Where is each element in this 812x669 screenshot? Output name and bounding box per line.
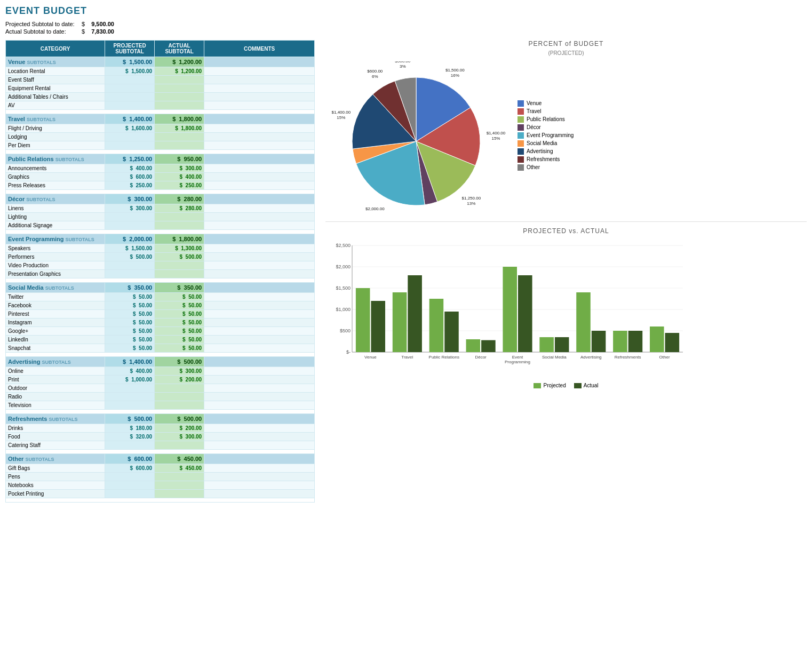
table-row: Speakers $ 1,500.00 $ 1,300.00 — [6, 244, 315, 253]
item-name: Print — [6, 376, 105, 384]
table-row: Lodging — [6, 133, 315, 141]
item-actual: $ 1,800.00 — [155, 124, 204, 133]
pie-section: PERCENT of BUDGET (PROJECTED) VenueTrave… — [325, 40, 807, 211]
col-header-actual: ACTUALSUBTOTAL — [155, 41, 204, 57]
item-name: Pens — [6, 473, 105, 481]
category-projected: $ 1,500.00 — [105, 57, 155, 67]
legend-color — [518, 108, 524, 115]
legend-label: Public Relations — [527, 116, 565, 122]
legend-color — [518, 100, 524, 107]
item-name: Linens — [6, 204, 105, 213]
table-row: Notebooks — [6, 481, 315, 490]
table-row: Gift Bags $ 600.00 $ 450.00 — [6, 464, 315, 473]
item-actual: $ 250.00 — [155, 181, 204, 190]
item-actual — [155, 481, 204, 490]
table-row: Announcements $ 400.00 $ 300.00 — [6, 164, 315, 173]
item-comments — [204, 481, 315, 490]
item-comments — [204, 344, 315, 353]
header-info: Projected Subtotal to date: $ 9,500.00 A… — [5, 21, 807, 35]
category-comments — [204, 283, 315, 293]
legend-label: Travel — [527, 108, 541, 114]
category-name: Event Programming SUBTOTALS — [6, 234, 105, 244]
item-projected: $ 50.00 — [105, 336, 155, 344]
item-comments — [204, 76, 315, 84]
category-comments — [204, 414, 315, 424]
item-name: Pocket Printing — [6, 490, 105, 498]
item-comments — [204, 244, 315, 253]
spacer-row — [6, 410, 315, 414]
item-comments — [204, 473, 315, 481]
item-name: Outdoor — [6, 384, 105, 393]
item-comments — [204, 67, 315, 76]
item-name: Google+ — [6, 327, 105, 336]
projected-label: Projected Subtotal to date: — [5, 21, 80, 27]
category-actual: $ 1,200.00 — [155, 57, 204, 67]
item-projected: $ 600.00 — [105, 464, 155, 473]
category-actual: $ 1,800.00 — [155, 114, 204, 124]
category-actual: $ 500.00 — [155, 414, 204, 424]
item-actual: $ 280.00 — [155, 204, 204, 213]
table-row: Location Rental $ 1,500.00 $ 1,200.00 — [6, 67, 315, 76]
item-comments — [204, 393, 315, 401]
charts-area: PERCENT of BUDGET (PROJECTED) VenueTrave… — [325, 40, 807, 503]
legend-color — [518, 116, 524, 123]
budget-data-table: CATEGORY PROJECTEDSUBTOTAL ACTUALSUBTOTA… — [5, 40, 315, 503]
item-name: Graphics — [6, 173, 105, 181]
item-projected: $ 1,500.00 — [105, 67, 155, 76]
item-projected: $ 1,000.00 — [105, 376, 155, 384]
budget-table: CATEGORY PROJECTEDSUBTOTAL ACTUALSUBTOTA… — [5, 40, 315, 503]
actual-value: 7,830.00 — [91, 28, 114, 35]
spacer-row — [6, 278, 315, 283]
item-actual — [155, 270, 204, 278]
item-name: Performers — [6, 253, 105, 261]
item-actual: $ 500.00 — [155, 253, 204, 261]
item-name: Instagram — [6, 318, 105, 327]
legend-label: Other — [527, 164, 540, 170]
legend-item: Public Relations — [518, 116, 574, 123]
table-row: Lighting — [6, 213, 315, 221]
category-comments — [204, 357, 315, 367]
bar-section: PROJECTED vs. ACTUAL Projected Actual — [325, 221, 807, 388]
spacer-row — [6, 230, 315, 234]
item-projected — [105, 141, 155, 150]
item-projected: $ 320.00 — [105, 433, 155, 441]
pie-chart-subtitle: (PROJECTED) — [325, 50, 807, 56]
item-projected: $ 300.00 — [105, 204, 155, 213]
legend-color — [518, 164, 524, 171]
category-row: Travel SUBTOTALS $ 1,400.00 $ 1,800.00 — [6, 114, 315, 124]
item-comments — [204, 424, 315, 433]
table-row: Google+ $ 50.00 $ 50.00 — [6, 327, 315, 336]
category-row: Event Programming SUBTOTALS $ 2,000.00 $… — [6, 234, 315, 244]
table-row: Linens $ 300.00 $ 280.00 — [6, 204, 315, 213]
legend-label: Venue — [527, 100, 542, 106]
item-name: Press Releases — [6, 181, 105, 190]
legend-label: Event Programming — [527, 132, 574, 138]
legend-item: Décor — [518, 124, 574, 131]
item-name: Location Rental — [6, 67, 105, 76]
legend-item: Other — [518, 164, 574, 171]
table-row: Additional Tables / Chairs — [6, 93, 315, 101]
item-name: LinkedIn — [6, 336, 105, 344]
item-comments — [204, 293, 315, 301]
item-comments — [204, 213, 315, 221]
category-projected: $ 500.00 — [105, 414, 155, 424]
legend-item: Advertising — [518, 148, 574, 155]
category-name: Décor SUBTOTALS — [6, 194, 105, 204]
table-row: Outdoor — [6, 384, 315, 393]
category-row: Advertising SUBTOTALS $ 1,400.00 $ 500.0… — [6, 357, 315, 367]
item-comments — [204, 133, 315, 141]
item-projected: $ 50.00 — [105, 301, 155, 310]
category-name: Refreshments SUBTOTALS — [6, 414, 105, 424]
legend-color — [518, 156, 524, 163]
projected-legend-label: Projected — [543, 383, 566, 388]
item-name: Online — [6, 367, 105, 376]
table-row: Snapchat $ 50.00 $ 50.00 — [6, 344, 315, 353]
category-projected: $ 1,250.00 — [105, 154, 155, 164]
spacer-row — [6, 450, 315, 454]
item-actual: $ 300.00 — [155, 433, 204, 441]
table-row: Performers $ 500.00 $ 500.00 — [6, 253, 315, 261]
item-name: Notebooks — [6, 481, 105, 490]
spacer-row — [6, 498, 315, 503]
legend-color — [518, 148, 524, 155]
item-comments — [204, 221, 315, 230]
